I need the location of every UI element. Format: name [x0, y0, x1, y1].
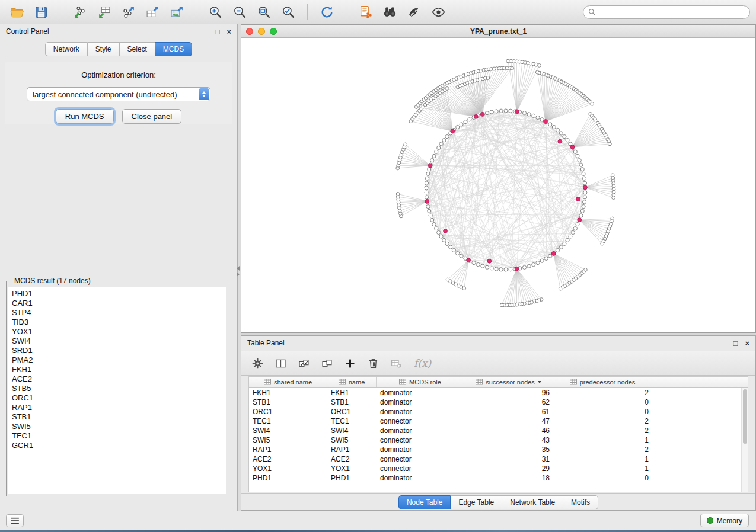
- tab-motifs[interactable]: Motifs: [563, 495, 598, 509]
- table-row[interactable]: SWI5SWI5connector431: [249, 435, 748, 445]
- open-file-button[interactable]: [6, 3, 27, 21]
- cell-MCDS-role: dominator: [377, 474, 464, 482]
- table-row[interactable]: RAP1RAP1dominator352: [249, 445, 748, 454]
- maximize-window-button[interactable]: [270, 28, 277, 35]
- table-mode-button[interactable]: [251, 357, 264, 370]
- table-panel-close-icon[interactable]: ×: [745, 339, 749, 347]
- show-columns-button[interactable]: [274, 357, 288, 370]
- table-scrollbar[interactable]: [741, 388, 748, 492]
- column-header-shared-name[interactable]: shared name: [249, 377, 327, 387]
- cell-successor-nodes: 18: [464, 474, 553, 482]
- memory-button[interactable]: Memory: [700, 514, 749, 527]
- tab-network[interactable]: Network: [45, 42, 88, 56]
- zoom-in-button[interactable]: [205, 3, 226, 21]
- export-table-icon: [145, 5, 160, 20]
- tab-select[interactable]: Select: [120, 42, 155, 56]
- zoom-selected-button[interactable]: [277, 3, 299, 21]
- close-window-button[interactable]: [246, 28, 253, 35]
- zoom-out-button[interactable]: [229, 3, 250, 21]
- sort-caret-icon[interactable]: [538, 381, 541, 383]
- run-mcds-button[interactable]: Run MCDS: [56, 109, 114, 124]
- deselect-all-button[interactable]: [320, 357, 334, 370]
- mcds-result-item[interactable]: TEC1: [12, 431, 226, 441]
- tab-node-table[interactable]: Node Table: [398, 495, 451, 509]
- search-input[interactable]: [599, 8, 745, 16]
- tab-mcds[interactable]: MCDS: [155, 42, 192, 56]
- tab-style[interactable]: Style: [88, 42, 120, 56]
- table-row[interactable]: TEC1TEC1connector472: [249, 416, 748, 426]
- mcds-result-item[interactable]: RAP1: [12, 403, 226, 412]
- menu-button[interactable]: [6, 514, 24, 527]
- toolbar-separator: [307, 4, 308, 20]
- table-panel-float-icon[interactable]: □: [733, 339, 738, 347]
- table-row[interactable]: FKH1FKH1dominator962: [249, 388, 748, 398]
- column-header-MCDS-role[interactable]: MCDS role: [377, 377, 464, 387]
- save-session-button[interactable]: [30, 3, 52, 21]
- delete-columns-button[interactable]: [366, 357, 380, 370]
- delete-table-button[interactable]: [390, 357, 403, 370]
- export-network-button[interactable]: [117, 3, 139, 21]
- mcds-result-item[interactable]: PMA2: [12, 355, 226, 365]
- cell-successor-nodes: 46: [464, 427, 553, 435]
- mcds-result-item[interactable]: STB1: [12, 412, 226, 422]
- add-column-button[interactable]: [343, 357, 357, 370]
- hide-graphics-details-button[interactable]: [403, 3, 425, 21]
- duplicate-network-button[interactable]: [355, 3, 376, 21]
- table-row[interactable]: PHD1PHD1dominator180: [249, 473, 748, 483]
- search-objects-icon: [382, 5, 397, 20]
- search-objects-button[interactable]: [379, 3, 400, 21]
- cell-predecessor-nodes: 2: [553, 427, 652, 435]
- cell-shared-name: RAP1: [249, 446, 327, 454]
- mcds-result-item[interactable]: ORC1: [12, 393, 226, 403]
- select-all-button[interactable]: [297, 357, 311, 370]
- cell-successor-nodes: 62: [464, 398, 553, 406]
- table-row[interactable]: ACE2ACE2connector311: [249, 454, 748, 464]
- column-header-predecessor-nodes[interactable]: predecessor nodes: [553, 377, 652, 387]
- close-panel-icon[interactable]: ×: [227, 28, 231, 36]
- table-row[interactable]: YOX1YOX1connector291: [249, 464, 748, 473]
- minimize-window-button[interactable]: [258, 28, 265, 35]
- export-table-button[interactable]: [142, 3, 163, 21]
- column-header-name[interactable]: name: [327, 377, 377, 387]
- mcds-result-item[interactable]: CAR1: [12, 299, 226, 308]
- tab-network-table[interactable]: Network Table: [502, 495, 563, 509]
- search-box[interactable]: [583, 5, 750, 19]
- import-table-button[interactable]: [93, 3, 114, 21]
- mcds-result-item[interactable]: TID3: [12, 318, 226, 327]
- column-header-successor-nodes[interactable]: successor nodes: [464, 377, 553, 387]
- tab-edge-table[interactable]: Edge Table: [451, 495, 502, 509]
- table-panel-header: Table Panel □ ×: [241, 336, 755, 350]
- splitter-collapse-icon[interactable]: [237, 266, 240, 277]
- criterion-select[interactable]: largest connected component (undirected): [27, 87, 210, 101]
- apply-function-button[interactable]: f(x): [414, 357, 431, 369]
- table-header: shared namenameMCDS rolesuccessor nodesp…: [249, 377, 748, 388]
- mcds-result-item[interactable]: FKH1: [12, 365, 226, 374]
- network-canvas[interactable]: [241, 39, 755, 332]
- mcds-result-item[interactable]: STB5: [12, 384, 226, 393]
- mcds-result-item[interactable]: ACE2: [12, 374, 226, 384]
- cell-name: FKH1: [327, 389, 377, 397]
- scrollbar-thumb[interactable]: [743, 389, 747, 444]
- mcds-result-item[interactable]: PHD1: [12, 289, 226, 299]
- table-row[interactable]: STB1STB1dominator620: [249, 398, 748, 407]
- close-panel-button[interactable]: Close panel: [122, 109, 182, 124]
- refresh-view-button[interactable]: [316, 3, 337, 21]
- export-image-icon: [170, 5, 184, 20]
- toolbar-groups: [6, 3, 449, 21]
- mcds-result-item[interactable]: STP4: [12, 308, 226, 318]
- table-row[interactable]: ORC1ORC1dominator610: [249, 407, 748, 416]
- float-panel-icon[interactable]: □: [215, 28, 220, 36]
- cell-name: ORC1: [327, 408, 377, 416]
- mcds-result-item[interactable]: SWI5: [12, 422, 226, 431]
- mcds-result-item[interactable]: YOX1: [12, 327, 226, 336]
- show-graphics-details-button[interactable]: [428, 3, 449, 21]
- mcds-result-item[interactable]: GCR1: [12, 441, 226, 450]
- mcds-result-item[interactable]: SWI4: [12, 336, 226, 346]
- zoom-fit-button[interactable]: [253, 3, 275, 21]
- mcds-result-list[interactable]: PHD1CAR1STP4TID3YOX1SWI4SRD1PMA2FKH1ACE2…: [8, 287, 226, 494]
- mcds-result-item[interactable]: SRD1: [12, 346, 226, 355]
- import-network-button[interactable]: [69, 3, 90, 21]
- table-row[interactable]: SWI4SWI4dominator462: [249, 426, 748, 435]
- export-image-button[interactable]: [166, 3, 187, 21]
- deselect-all-icon: [321, 357, 333, 370]
